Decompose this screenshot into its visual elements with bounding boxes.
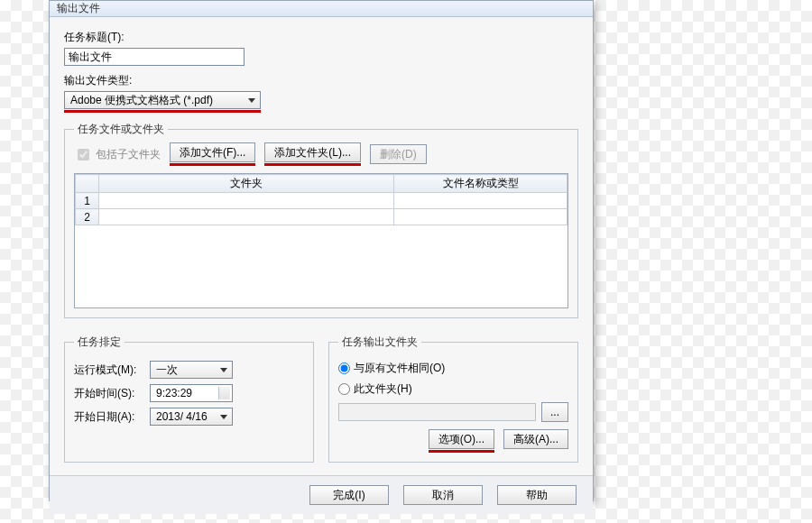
include-subfolders-input — [78, 149, 89, 161]
col-folder: 文件夹 — [99, 175, 394, 193]
col-name-type: 文件名称或类型 — [394, 175, 567, 193]
browse-button[interactable]: ... — [541, 402, 568, 422]
advanced-button[interactable]: 高级(A)... — [503, 429, 568, 449]
start-date-combo[interactable]: 2013/ 4/16 — [150, 408, 233, 426]
schedule-group: 任务排定 运行模式(M): 一次 开始时间(S): 9:23:29 开始日期(A… — [64, 335, 314, 463]
window-title: 输出文件 — [57, 1, 100, 16]
run-mode-combo[interactable]: 一次 — [150, 361, 233, 379]
delete-button: 删除(D) — [370, 144, 427, 164]
table-row[interactable]: 2 — [76, 209, 567, 225]
options-button[interactable]: 选项(O)... — [429, 429, 494, 449]
titlebar: 输出文件 — [50, 1, 593, 17]
start-time-input[interactable]: 9:23:29 — [150, 384, 233, 402]
start-time-label: 开始时间(S): — [74, 386, 144, 401]
start-date-label: 开始日期(A): — [74, 409, 144, 425]
cancel-button[interactable]: 取消 — [403, 485, 483, 505]
table-row[interactable]: 1 — [76, 193, 567, 209]
output-type-combo[interactable]: Adobe 便携式文档格式 (*.pdf) — [64, 91, 261, 109]
add-file-button[interactable]: 添加文件(F)... — [170, 142, 255, 162]
output-folder-group: 任务输出文件夹 与原有文件相同(O) 此文件夹(H) ... 选项(O)... — [328, 335, 578, 463]
output-folder-legend: 任务输出文件夹 — [338, 335, 421, 350]
export-dialog: 输出文件 任务标题(T): 输出文件类型: Adobe 便携式文档格式 (*.p… — [49, 0, 594, 501]
files-group: 任务文件或文件夹 包括子文件夹 添加文件(F)... 添加文件夹(L)... 删… — [64, 122, 578, 318]
task-title-label: 任务标题(T): — [64, 30, 578, 45]
add-folder-button[interactable]: 添加文件夹(L)... — [264, 142, 361, 162]
corner-header — [76, 175, 99, 193]
dialog-footer: 完成(I) 取消 帮助 — [50, 475, 593, 514]
dialog-body: 任务标题(T): 输出文件类型: Adobe 便携式文档格式 (*.pdf) 任… — [50, 17, 593, 475]
help-button[interactable]: 帮助 — [497, 485, 577, 505]
output-type-label: 输出文件类型: — [64, 73, 578, 88]
files-legend: 任务文件或文件夹 — [74, 122, 168, 137]
output-type-value: Adobe 便携式文档格式 (*.pdf) — [70, 93, 213, 108]
run-mode-label: 运行模式(M): — [74, 362, 144, 378]
finish-button[interactable]: 完成(I) — [309, 485, 389, 505]
radio-same-as-source[interactable]: 与原有文件相同(O) — [338, 361, 568, 376]
include-subfolders-checkbox: 包括子文件夹 — [74, 146, 161, 163]
folder-path-box — [338, 403, 536, 421]
schedule-legend: 任务排定 — [74, 335, 125, 350]
radio-this-folder[interactable]: 此文件夹(H) — [338, 381, 568, 397]
task-title-input[interactable] — [64, 48, 245, 66]
files-toolbar: 包括子文件夹 添加文件(F)... 添加文件夹(L)... 删除(D) — [74, 142, 568, 166]
files-table[interactable]: 文件夹 文件名称或类型 1 2 — [74, 173, 568, 308]
